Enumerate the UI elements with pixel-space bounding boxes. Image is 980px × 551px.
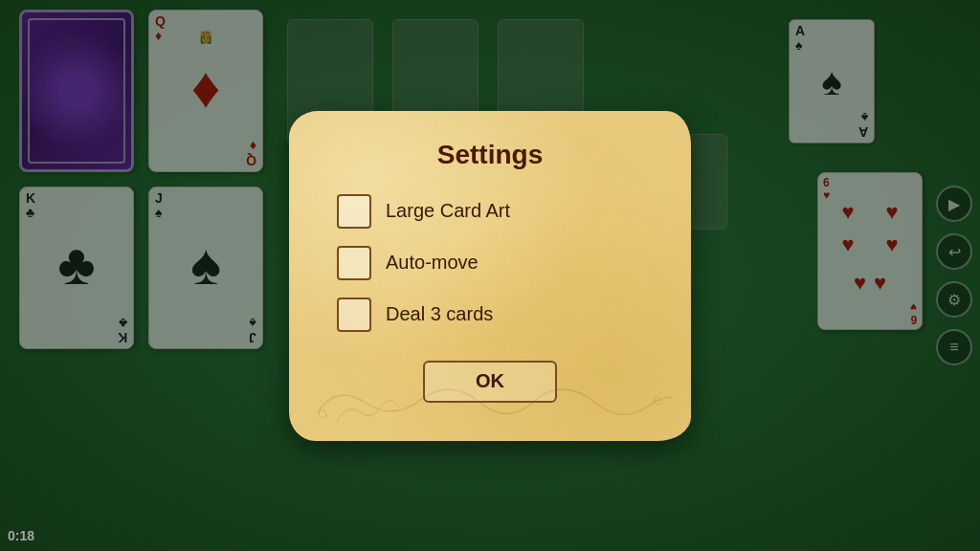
label-large-card-art: Large Card Art xyxy=(386,200,510,222)
dialog-title: Settings xyxy=(437,140,543,170)
label-auto-move: Auto-move xyxy=(386,252,479,274)
ok-button[interactable]: OK xyxy=(423,361,557,403)
setting-auto-move[interactable]: Auto-move xyxy=(337,246,643,280)
checkbox-deal-3-cards[interactable] xyxy=(337,298,371,332)
svg-point-0 xyxy=(319,410,326,418)
settings-dialog: Settings Large Card Art Auto-move Deal 3… xyxy=(289,111,691,441)
settings-options: Large Card Art Auto-move Deal 3 cards xyxy=(337,194,643,332)
checkbox-auto-move[interactable] xyxy=(337,246,371,280)
label-deal-3-cards: Deal 3 cards xyxy=(386,303,493,325)
setting-deal-3-cards[interactable]: Deal 3 cards xyxy=(337,298,643,332)
dialog-overlay: Settings Large Card Art Auto-move Deal 3… xyxy=(0,0,980,551)
checkbox-large-card-art[interactable] xyxy=(337,194,371,229)
setting-large-card-art[interactable]: Large Card Art xyxy=(337,194,643,229)
svg-point-1 xyxy=(654,397,661,405)
